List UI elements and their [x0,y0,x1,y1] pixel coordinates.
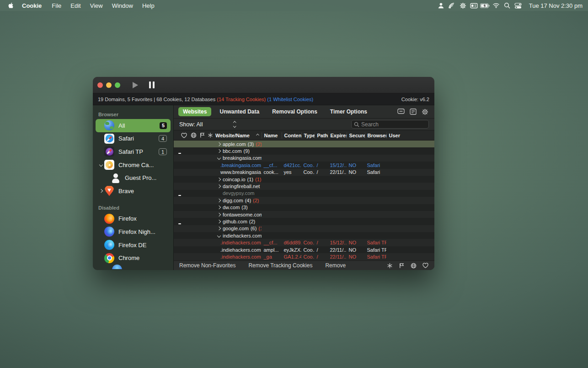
column-header-user[interactable]: User [386,132,435,139]
gear-icon[interactable] [420,108,430,116]
heart-icon[interactable] [177,130,188,140]
globe-icon[interactable] [410,262,417,269]
menu-item-window[interactable]: Window [107,2,138,9]
keyboard-icon[interactable] [469,1,480,10]
website-name-cell[interactable]: google.com(6)(1) [213,226,262,231]
tab-removal-options[interactable]: Removal Options [267,107,322,116]
domain-row-fontawesome-com[interactable]: fontawesome.com(1) [174,211,434,218]
list-icon[interactable] [408,108,418,116]
snowflake-icon[interactable] [386,262,393,269]
safari-tp-icon [104,146,115,157]
column-header-secure[interactable]: Secure [347,132,365,139]
cookie-domain-cell[interactable]: .indiehackers.com [213,247,262,253]
cookie-row-www-breakingasia-com[interactable]: www.breakingasia.comcook...yesCoo.../22/… [174,169,434,176]
sidebar-item-guest-pro-[interactable]: Guest Pro... [96,171,171,184]
snowflake-icon[interactable] [205,130,213,140]
domain-row-coincap-io[interactable]: coincap.io(1)(1) [174,176,434,183]
tab-timer-options[interactable]: Timer Options [326,107,372,116]
column-header-website-name[interactable]: Website/Name [213,132,262,139]
search-icon[interactable] [502,1,513,10]
sidebar-item-firefox[interactable]: Firefox [96,212,171,226]
domain-row-dw-com[interactable]: dw.com(3) [174,204,434,211]
column-header-path[interactable]: Path [315,132,328,139]
battery-icon[interactable] [480,1,491,10]
website-name-cell[interactable]: dw.com(3) [213,205,262,210]
search-input[interactable]: Search [351,120,429,129]
cookie-secure-cell: NO [347,247,365,253]
sidebar-item-all[interactable]: All5 [96,119,171,132]
sidebar-item-firefox-de[interactable]: Firefox DE [96,238,171,252]
cookie-row--indiehackers-com[interactable]: .indiehackers.com__cf...d6dd89...Coo.../… [174,239,434,246]
pause-button[interactable] [149,81,155,88]
domain-row-indiehackers-com[interactable]: indiehackers.com(5)(2) [174,232,434,239]
menu-item-file[interactable]: File [47,2,66,9]
domain-row-google-com[interactable]: google.com(6)(1) [174,225,434,232]
domain-row-apple-com[interactable]: apple.com(3)(2) [174,141,434,147]
minimize-window-button[interactable] [106,82,112,88]
sidebar-item-chrome-ca-[interactable]: Chrome Ca... [96,158,171,172]
website-name-cell[interactable]: breakingasia.com(2)(1) [213,155,262,161]
wifi-icon[interactable] [491,1,502,10]
tab-websites[interactable]: Websites [178,107,211,116]
sidebar-item-brave[interactable]: Brave [96,184,171,198]
globe-icon[interactable] [188,130,197,140]
menu-item-edit[interactable]: Edit [66,2,85,9]
column-header-expires[interactable]: Expires [328,132,347,139]
domain-row-github-com[interactable]: github.com(2) [174,218,434,225]
cookie-domain-cell[interactable]: .indiehackers.com [213,254,262,260]
website-name-cell[interactable]: fontawesome.com(1) [213,212,262,217]
website-name-cell[interactable]: indiehackers.com(5)(2) [213,233,262,238]
domain-row-devgypsy-com[interactable]: devgypsy.com [174,190,434,197]
control-center-icon[interactable] [513,1,524,10]
chevron-down-icon[interactable] [98,163,104,166]
cookie-row--indiehackers-com[interactable]: .indiehackers.comampl...eyJkZX...Coo.../… [174,246,434,253]
show-filter-stepper[interactable] [234,122,236,127]
column-header-type[interactable]: Type [301,132,315,139]
close-window-button[interactable] [97,82,103,88]
column-header-browser[interactable]: Browser [365,132,386,139]
gear-icon[interactable] [458,1,469,10]
cookie-domain-cell[interactable]: .breakingasia.com [213,162,262,168]
flag-icon[interactable] [197,130,205,140]
sidebar-item-chrome[interactable]: Chrome [96,251,171,265]
remove-non-favorites-button[interactable]: Remove Non-Favorites [179,262,235,269]
website-name-cell[interactable]: daringfireball.net(1)(1) [213,184,262,189]
window-titlebar[interactable] [93,77,434,93]
cookie-row--breakingasia-com[interactable]: .breakingasia.com__cf...d421cc...Coo.../… [174,162,434,168]
domain-row-digg-com[interactable]: digg.com(4)(2) [174,197,434,204]
column-header-name[interactable]: Name [262,132,282,139]
sidebar-item-safari[interactable]: Safari4 [96,132,171,146]
website-name-cell[interactable]: digg.com(4)(2) [213,198,262,203]
waves-icon[interactable] [447,1,458,10]
zoom-window-button[interactable] [115,82,120,88]
remove-tracking-cookies-button[interactable]: Remove Tracking Cookies [248,262,312,269]
sidebar-item-safari-tp[interactable]: Safari TP1 [96,145,171,158]
cookie-domain-cell[interactable]: www.breakingasia.com [213,169,262,175]
column-header-contents[interactable]: Contents [282,132,301,139]
flag-icon[interactable] [398,262,405,269]
tab-unwanted-data[interactable]: Unwanted Data [215,107,264,116]
domain-row-breakingasia-com[interactable]: breakingasia.com(2)(1) [174,155,434,162]
domain-row-bbc-com[interactable]: bbc.com(9) [174,147,434,154]
website-name-cell[interactable]: github.com(2) [213,219,262,224]
website-name-cell[interactable]: apple.com(3)(2) [213,141,262,147]
apple-menu-icon[interactable] [5,2,16,9]
cookie-row--indiehackers-com[interactable]: .indiehackers.com_gaGA1.2.4...Coo.../22/… [174,253,434,260]
menu-clock[interactable]: Tue 17 Nov 2:30 pm [529,2,583,9]
cookie-domain-cell[interactable]: .indiehackers.com [213,240,262,245]
website-name-cell[interactable]: coincap.io(1)(1) [213,177,262,182]
chevron-right-icon[interactable] [98,189,104,192]
play-button[interactable] [133,82,138,88]
sidebar-item-firefox-nigh-[interactable]: Firefox Nigh... [96,225,171,238]
menu-app-name[interactable]: Cookie [17,2,46,9]
message-icon[interactable] [396,108,406,116]
menu-item-view[interactable]: View [86,2,107,9]
website-name-cell[interactable]: bbc.com(9) [213,148,262,154]
heart-icon[interactable] [422,262,429,269]
domain-row-daringfireball-net[interactable]: daringfireball.net(1)(1) [174,183,434,189]
show-filter-label[interactable]: Show: All [179,121,203,128]
remove-button[interactable]: Remove [325,262,346,269]
menu-item-help[interactable]: Help [138,2,159,9]
website-name-cell[interactable]: devgypsy.com [213,190,262,196]
user-icon[interactable] [436,1,447,10]
